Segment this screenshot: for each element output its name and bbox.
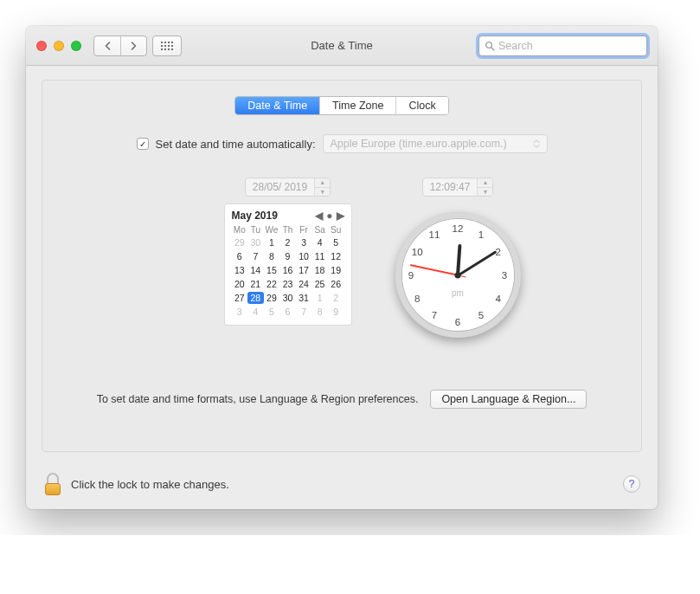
calendar-dow: Fr — [296, 225, 312, 235]
svg-rect-7 — [171, 45, 173, 47]
clock-number: 8 — [409, 294, 425, 304]
chevron-down-icon[interactable]: ▼ — [315, 187, 330, 197]
calendar-day[interactable]: 27 — [232, 292, 248, 304]
nav-segment — [93, 36, 147, 56]
time-stepper-arrows[interactable]: ▲ ▼ — [477, 178, 492, 196]
calendar-day[interactable]: 30 — [279, 292, 296, 304]
calendar-today-icon[interactable]: ● — [326, 210, 332, 221]
calendar-day[interactable]: 31 — [296, 292, 312, 304]
calendar-day: 4 — [247, 306, 264, 318]
calendar-day[interactable]: 20 — [232, 278, 248, 290]
calendar-day[interactable]: 14 — [247, 264, 264, 276]
calendar-day[interactable]: 13 — [232, 264, 248, 276]
clock-number: 11 — [427, 229, 442, 240]
calendar-day: 9 — [328, 306, 344, 318]
calendar-day[interactable]: 3 — [296, 236, 312, 249]
show-all-button[interactable] — [152, 36, 182, 56]
calendar-day[interactable]: 29 — [264, 292, 280, 304]
clock-number: 7 — [427, 310, 442, 320]
titlebar: Date & Time — [26, 26, 658, 66]
calendar-day[interactable]: 1 — [264, 236, 280, 249]
date-stepper-arrows[interactable]: ▲ ▼ — [314, 178, 330, 196]
clock-number: 3 — [497, 270, 512, 281]
open-language-region-button[interactable]: Open Language & Region... — [430, 390, 587, 409]
calendar-day[interactable]: 17 — [296, 264, 312, 276]
chevron-updown-icon — [533, 139, 540, 148]
calendar-day[interactable]: 24 — [296, 278, 312, 290]
clock-ampm: pm — [452, 288, 464, 298]
clock-number: 4 — [491, 294, 506, 304]
calendar-day: 1 — [311, 292, 328, 304]
tab-time-zone[interactable]: Time Zone — [319, 97, 395, 114]
calendar-day[interactable]: 8 — [264, 250, 280, 262]
tab-clock[interactable]: Clock — [395, 97, 447, 114]
svg-rect-3 — [171, 42, 173, 43]
search-input[interactable] — [495, 39, 641, 53]
calendar-prev-icon[interactable]: ◀ — [315, 210, 323, 221]
svg-rect-10 — [168, 48, 170, 50]
chevron-up-icon[interactable]: ▲ — [478, 178, 492, 187]
calendar-day[interactable]: 4 — [311, 236, 328, 249]
calendar-day[interactable]: 9 — [279, 250, 296, 262]
calendar-day: 8 — [311, 306, 328, 318]
formats-hint: To set date and time formats, use Langua… — [97, 393, 419, 405]
time-value: 12:09:47 — [423, 178, 478, 196]
clock-number: 6 — [450, 317, 466, 327]
calendar-day[interactable]: 6 — [232, 250, 248, 262]
calendar-day[interactable]: 26 — [328, 278, 344, 290]
calendar-day[interactable]: 28 — [247, 292, 264, 304]
calendar: May 2019 ◀ ● ▶ MoTuWeThFrSaSu29301234567… — [224, 203, 352, 326]
search-icon — [485, 41, 495, 51]
window-controls — [36, 41, 81, 51]
svg-line-13 — [491, 47, 494, 49]
clock-pivot — [455, 272, 461, 278]
minimize-icon[interactable] — [54, 41, 64, 51]
calendar-day[interactable]: 16 — [279, 264, 296, 276]
svg-rect-2 — [168, 42, 170, 43]
calendar-day[interactable]: 5 — [328, 236, 344, 249]
clock-number: 10 — [409, 247, 425, 257]
calendar-day[interactable]: 2 — [279, 236, 296, 249]
forward-button[interactable] — [120, 36, 146, 55]
tab-bar: Date & TimeTime ZoneClock — [234, 96, 448, 115]
svg-rect-6 — [168, 45, 170, 47]
chevron-down-icon[interactable]: ▼ — [478, 187, 492, 197]
zoom-icon[interactable] — [71, 41, 81, 51]
svg-rect-5 — [164, 45, 166, 47]
auto-checkbox[interactable]: ✓ — [137, 138, 149, 150]
calendar-next-icon[interactable]: ▶ — [337, 210, 344, 221]
calendar-dow: Sa — [311, 225, 328, 235]
calendar-title: May 2019 — [232, 210, 278, 222]
calendar-day[interactable]: 21 — [247, 278, 264, 290]
calendar-dow: Th — [279, 225, 296, 235]
preferences-window: Date & Time Date & TimeTime ZoneClock ✓ … — [26, 26, 658, 509]
calendar-dow: Su — [328, 225, 344, 235]
calendar-day[interactable]: 12 — [328, 250, 344, 262]
time-server-select[interactable]: Apple Europe (time.euro.apple.com.) — [323, 134, 548, 153]
analog-clock: pm 121234567891011 — [395, 212, 521, 338]
back-button[interactable] — [94, 36, 120, 55]
calendar-day[interactable]: 22 — [264, 278, 280, 290]
calendar-day[interactable]: 7 — [247, 250, 264, 262]
search-field[interactable] — [478, 36, 647, 56]
date-stepper[interactable]: 28/05/ 2019 ▲ ▼ — [245, 178, 331, 197]
clock-number: 12 — [450, 223, 466, 234]
calendar-day[interactable]: 19 — [328, 264, 344, 276]
help-button[interactable]: ? — [623, 475, 640, 493]
calendar-day[interactable]: 25 — [311, 278, 328, 290]
svg-rect-4 — [161, 45, 163, 47]
calendar-day[interactable]: 10 — [296, 250, 312, 262]
close-icon[interactable] — [36, 41, 47, 51]
calendar-day[interactable]: 11 — [311, 250, 328, 262]
time-server-value: Apple Europe (time.euro.apple.com.) — [331, 138, 507, 150]
tab-date-time[interactable]: Date & Time — [235, 97, 319, 114]
lock-icon[interactable] — [43, 473, 62, 495]
time-stepper[interactable]: 12:09:47 ▲ ▼ — [422, 178, 494, 197]
calendar-day[interactable]: 15 — [264, 264, 280, 276]
calendar-day: 2 — [328, 292, 344, 304]
lock-hint: Click the lock to make changes. — [71, 478, 229, 491]
chevron-up-icon[interactable]: ▲ — [315, 178, 330, 187]
calendar-day: 5 — [264, 306, 280, 318]
calendar-day[interactable]: 18 — [311, 264, 328, 276]
calendar-day[interactable]: 23 — [279, 278, 296, 290]
